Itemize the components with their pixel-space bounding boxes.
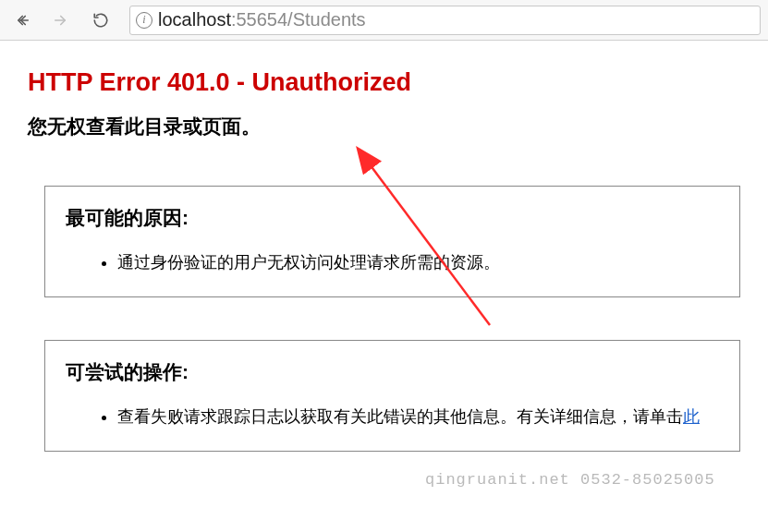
site-info-icon[interactable]: i — [136, 12, 152, 29]
reload-button[interactable] — [85, 5, 116, 36]
watermark-text: qingruanit.net 0532-85025005 — [425, 471, 715, 489]
causes-heading: 最可能的原因: — [66, 205, 719, 231]
actions-heading: 可尝试的操作: — [66, 359, 719, 385]
actions-box: 可尝试的操作: 查看失败请求跟踪日志以获取有关此错误的其他信息。有关详细信息，请… — [44, 340, 740, 452]
list-item: 查看失败请求跟踪日志以获取有关此错误的其他信息。有关详细信息，请单击此 — [117, 404, 719, 430]
error-subtitle: 您无权查看此目录或页面。 — [28, 114, 740, 139]
back-button[interactable] — [7, 5, 39, 36]
address-bar[interactable]: i localhost:55654/Students — [129, 6, 761, 35]
causes-list: 通过身份验证的用户无权访问处理请求所需的资源。 — [66, 249, 719, 276]
error-title: HTTP Error 401.0 - Unauthorized — [28, 68, 740, 97]
browser-toolbar: i localhost:55654/Students — [0, 0, 768, 41]
url-text: localhost:55654/Students — [158, 9, 366, 30]
actions-list: 查看失败请求跟踪日志以获取有关此错误的其他信息。有关详细信息，请单击此 — [66, 404, 719, 430]
list-item: 通过身份验证的用户无权访问处理请求所需的资源。 — [117, 249, 719, 276]
forward-button[interactable] — [44, 5, 76, 36]
page-content: HTTP Error 401.0 - Unauthorized 您无权查看此目录… — [0, 41, 768, 452]
details-link[interactable]: 此 — [683, 407, 700, 426]
causes-box: 最可能的原因: 通过身份验证的用户无权访问处理请求所需的资源。 — [44, 186, 740, 297]
